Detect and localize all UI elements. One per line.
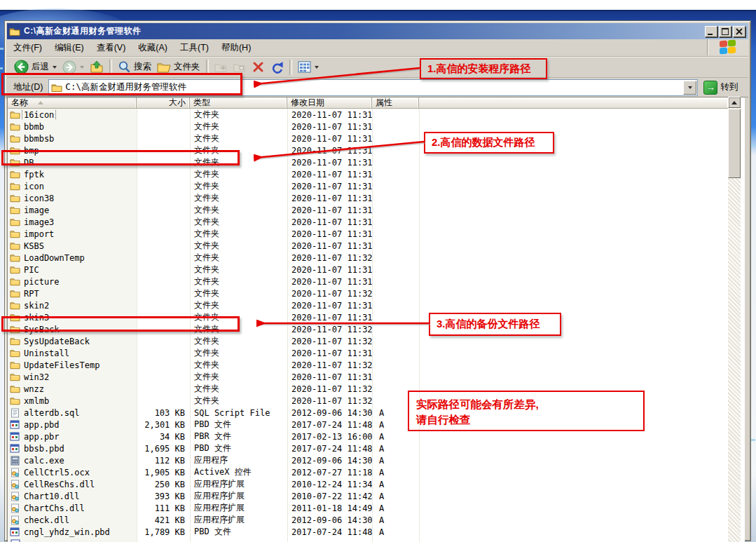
up-button[interactable] bbox=[87, 59, 106, 75]
views-dropdown-icon[interactable] bbox=[315, 66, 319, 69]
file-row[interactable]: icon38 文件夹 2020-11-07 11:31 bbox=[8, 192, 729, 204]
views-button[interactable] bbox=[295, 60, 322, 74]
file-date: 2020-11-07 11:32 bbox=[287, 337, 372, 346]
file-row[interactable]: PIC 文件夹 2020-11-07 11:31 bbox=[8, 264, 729, 276]
go-label: 转到 bbox=[720, 81, 738, 93]
file-type: 文件夹 bbox=[190, 252, 287, 264]
column-header-date[interactable]: 修改日期 bbox=[287, 97, 372, 108]
file-name: picture bbox=[22, 277, 61, 287]
maximize-button[interactable] bbox=[719, 26, 731, 37]
address-dropdown-button[interactable] bbox=[683, 81, 696, 95]
file-row[interactable]: UpdateFilesTemp 文件夹 2020-11-07 11:32 bbox=[8, 359, 729, 371]
file-row[interactable]: CellCtrl5.ocx 1,905 KB ActiveX 控件 2012-0… bbox=[8, 466, 729, 478]
column-header-attr[interactable]: 属性 bbox=[372, 97, 419, 108]
file-row[interactable]: DB 文件夹 2020-11-07 11:31 bbox=[8, 156, 729, 168]
menu-favorites[interactable]: 收藏(A) bbox=[132, 40, 174, 56]
file-row[interactable]: win32 文件夹 2020-11-07 11:31 bbox=[8, 371, 729, 383]
file-size: 2,301 KB bbox=[137, 420, 190, 430]
file-name: icon bbox=[22, 182, 46, 191]
menu-tools[interactable]: 工具(T) bbox=[174, 40, 215, 56]
back-label: 后退 bbox=[32, 61, 49, 73]
back-button[interactable]: 后退 bbox=[11, 58, 60, 76]
file-row[interactable]: skin3 文件夹 2020-11-07 11:31 bbox=[8, 311, 729, 323]
column-header-size[interactable]: 大小 bbox=[137, 97, 190, 108]
file-row[interactable]: app.pbd 2,301 KB PBD 文件 2017-07-24 11:48… bbox=[8, 419, 729, 431]
file-row[interactable]: wnzz 文件夹 2020-11-07 11:32 bbox=[8, 383, 729, 395]
folders-button[interactable]: 文件夹 bbox=[154, 60, 203, 74]
close-button[interactable] bbox=[733, 26, 745, 37]
file-attr: A bbox=[372, 515, 419, 525]
file-date: 2020-11-07 11:32 bbox=[287, 396, 372, 406]
file-row[interactable]: image 文件夹 2020-11-07 11:31 bbox=[8, 204, 729, 216]
folder-icon bbox=[9, 182, 20, 191]
vertical-scrollbar[interactable] bbox=[728, 97, 741, 542]
scrollbar-thumb[interactable] bbox=[728, 109, 741, 178]
file-row[interactable]: Chart10.dll 393 KB 应用程序扩展 2010-07-22 11:… bbox=[8, 490, 729, 502]
forward-button[interactable] bbox=[60, 59, 87, 76]
file-row[interactable]: CellResChs.dll 250 KB 应用程序扩展 2010-12-24 … bbox=[8, 478, 729, 490]
folder-icon bbox=[9, 384, 20, 394]
file-date: 2020-11-07 11:31 bbox=[287, 205, 372, 215]
column-header-type[interactable]: 类型 bbox=[190, 97, 287, 108]
file-date: 2020-11-07 11:31 bbox=[287, 241, 372, 251]
file-type: 文件夹 bbox=[190, 133, 287, 144]
file-attr: A bbox=[372, 492, 419, 501]
undo-icon bbox=[270, 60, 284, 74]
file-row[interactable]: bbsb.pbd 1,695 KB PBD 文件 2017-07-24 11:4… bbox=[8, 442, 729, 454]
dll-icon bbox=[9, 503, 20, 513]
file-row[interactable]: skin2 文件夹 2020-11-07 11:31 bbox=[8, 299, 729, 311]
file-row[interactable]: bbmb 文件夹 2020-11-07 11:31 bbox=[8, 121, 729, 133]
scroll-up-button[interactable] bbox=[728, 97, 741, 108]
file-type: 文件夹 bbox=[190, 299, 287, 311]
undo-button[interactable] bbox=[267, 59, 287, 75]
back-dropdown-icon[interactable] bbox=[53, 66, 57, 69]
file-row[interactable]: alterdb.sql 103 KB SQL Script File 2012-… bbox=[8, 407, 729, 419]
menu-view[interactable]: 查看(V) bbox=[90, 40, 132, 56]
column-header-name[interactable]: 名称 bbox=[8, 97, 137, 108]
menu-file[interactable]: 文件(F) bbox=[7, 40, 48, 56]
file-row[interactable]: ChartChs.dll 111 KB 应用程序扩展 2011-01-18 14… bbox=[8, 502, 729, 514]
file-row[interactable]: SysBack 文件夹 2020-11-07 11:32 bbox=[8, 323, 729, 335]
file-type: 文件夹 bbox=[190, 109, 287, 121]
file-row[interactable]: cngl_yhdz_win.pbd 1,789 KB PBD 文件 2017-0… bbox=[8, 526, 729, 538]
desktop-icon-fragment bbox=[0, 48, 4, 50]
file-name: SysUpdateBack bbox=[22, 337, 91, 346]
file-type: 文件夹 bbox=[190, 144, 287, 156]
file-row[interactable]: icon 文件夹 2020-11-07 11:31 bbox=[8, 180, 729, 192]
file-row[interactable]: import 文件夹 2020-11-07 11:31 bbox=[8, 228, 729, 240]
file-row[interactable]: xmlmb 文件夹 2020-11-07 11:32 bbox=[8, 395, 729, 407]
file-attr: A bbox=[372, 408, 419, 418]
file-row[interactable]: app.pbr 34 KB PBR 文件 2017-02-13 16:00 A bbox=[8, 431, 729, 442]
file-row[interactable]: Uninstall 文件夹 2020-11-07 11:31 bbox=[8, 347, 729, 359]
file-type: 文件夹 bbox=[190, 216, 287, 228]
file-type: 文件夹 bbox=[190, 371, 287, 383]
file-row[interactable]: fptk 文件夹 2020-11-07 11:31 bbox=[8, 168, 729, 180]
menu-edit[interactable]: 编辑(E) bbox=[48, 40, 90, 56]
minimize-button[interactable] bbox=[705, 26, 717, 37]
file-row[interactable]: RPT 文件夹 2020-11-07 11:32 bbox=[8, 287, 729, 299]
title-bar[interactable]: C:\高新金财通用财务管理软件 bbox=[7, 23, 748, 39]
file-type: 文件夹 bbox=[190, 335, 287, 347]
go-arrow-icon: → bbox=[703, 81, 717, 95]
file-type: 文件夹 bbox=[190, 359, 287, 371]
file-date: 2020-11-07 11:31 bbox=[287, 194, 372, 203]
file-row[interactable]: 16icon 文件夹 2020-11-07 11:31 bbox=[8, 109, 729, 121]
file-row[interactable]: check.dll 421 KB 应用程序扩展 2012-09-06 14:30… bbox=[8, 514, 729, 526]
file-row[interactable]: picture 文件夹 2020-11-07 11:31 bbox=[8, 276, 729, 287]
desktop-icon-fragment bbox=[0, 67, 3, 69]
file-type: PBR 文件 bbox=[190, 431, 287, 442]
delete-button[interactable] bbox=[249, 60, 267, 74]
file-type: 文件夹 bbox=[190, 276, 287, 287]
file-row[interactable]: calc.exe 112 KB 应用程序 2012-09-06 14:30 A bbox=[8, 454, 729, 466]
search-button[interactable]: 搜索 bbox=[115, 59, 154, 75]
go-button[interactable]: → 转到 bbox=[703, 81, 738, 95]
file-row[interactable]: bmp 文件夹 2020-11-07 11:31 bbox=[8, 144, 729, 156]
address-combobox[interactable]: C:\高新金财通用财务管理软件 bbox=[48, 79, 698, 96]
menu-help[interactable]: 帮助(H) bbox=[215, 40, 257, 56]
file-date: 2012-07-27 11:18 bbox=[287, 468, 372, 477]
file-row[interactable]: bbmbsb 文件夹 2020-11-07 11:31 bbox=[8, 133, 729, 144]
file-row[interactable]: KSBS 文件夹 2020-11-07 11:31 bbox=[8, 240, 729, 252]
file-row[interactable]: SysUpdateBack 文件夹 2020-11-07 11:32 bbox=[8, 335, 729, 347]
file-row[interactable]: LoadDownTemp 文件夹 2020-11-07 11:32 bbox=[8, 252, 729, 264]
file-row[interactable]: image3 文件夹 2020-11-07 11:31 bbox=[8, 216, 729, 228]
